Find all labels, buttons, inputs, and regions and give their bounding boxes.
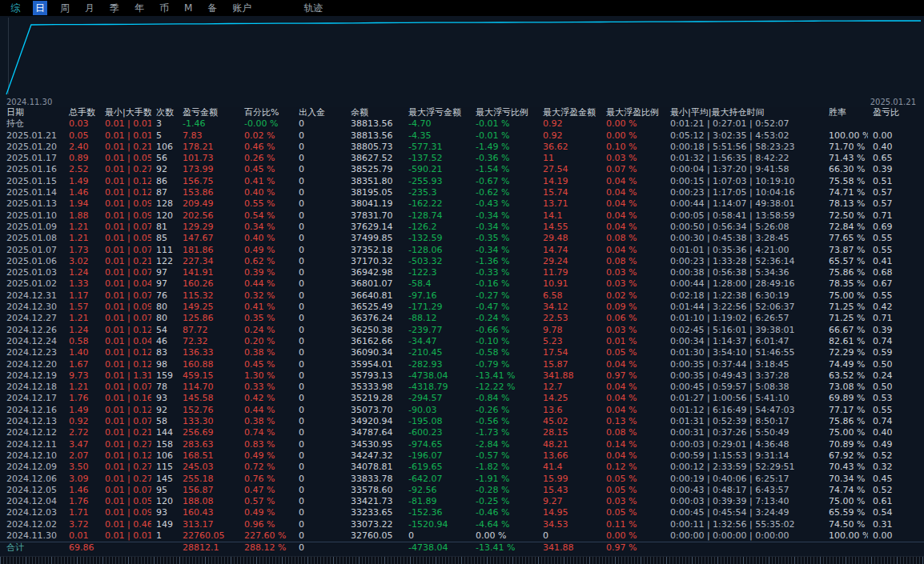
cell-max_float_profit: 41.4 [538, 462, 601, 473]
table-row[interactable]: 2024.12.122.720.01 | 0.21144256.690.74 %… [0, 427, 924, 438]
timeline-scrollbar[interactable] [0, 556, 924, 564]
table-row[interactable]: 2024.12.093.500.01 | 0.27115245.030.72 %… [0, 462, 924, 473]
table-row[interactable]: 2024.11.300.010.01 | 0.01122760.05227.60… [0, 530, 924, 542]
column-header-max_float_loss[interactable]: 最大浮亏金额 [404, 107, 471, 118]
table-row[interactable]: 2024.12.102.070.01 | 0.12106168.510.49 %… [0, 450, 924, 462]
cell-cashflow: 0 [294, 153, 346, 164]
cell-win_rate: 74.49 % [824, 359, 868, 370]
table-row[interactable]: 2025.01.151.490.01 | 0.1286156.750.41 %0… [0, 176, 924, 187]
cell-win_rate: 78.13 % [824, 198, 868, 210]
table-row[interactable]: 2024.12.063.090.01 | 0.27145255.180.76 %… [0, 474, 924, 485]
table-row[interactable]: 2024.12.181.210.01 | 0.0778114.700.33 %0… [0, 382, 924, 393]
menu-item-day[interactable]: 日 [33, 1, 47, 15]
cell-win_rate: 75.58 % [824, 176, 868, 187]
cell-pct: 0.26 % [239, 153, 294, 164]
column-header-date[interactable]: 日期 [0, 107, 64, 118]
menu-item-trajectory[interactable]: 轨迹 [301, 1, 325, 15]
cell-max_float_profit: 0 [538, 530, 601, 542]
column-header-max_float_profit_pct[interactable]: 最大浮盈比例 [601, 107, 665, 118]
cell-date: 2025.01.16 [0, 164, 64, 175]
cell-max_float_loss: -132.59 [404, 233, 471, 244]
total-row[interactable]: 合计69.8628812.1288.12 %0-4738.04-13.41 %3… [0, 542, 924, 554]
table-row[interactable]: 2024.12.261.240.01 | 0.125487.720.24 %03… [0, 325, 924, 336]
table-row[interactable]: 2025.01.210.050.01 | 0.0157.830.02 %0388… [0, 130, 924, 142]
cell-max_float_loss: -4.70 [404, 118, 471, 130]
table-row[interactable]: 2024.12.113.470.01 | 0.27158283.630.83 %… [0, 439, 924, 450]
table-row[interactable]: 2024.12.311.170.01 | 0.0776115.320.32 %0… [0, 290, 924, 302]
menu-item-year[interactable]: 年 [132, 1, 147, 15]
table-row[interactable]: 2024.12.031.710.01 | 0.0993160.430.49 %0… [0, 507, 924, 518]
menu-item-account[interactable]: 账户 [230, 1, 254, 15]
menu-item-week[interactable]: 周 [58, 1, 72, 15]
table-row[interactable]: 2024.12.171.760.01 | 0.1693145.580.42 %0… [0, 393, 924, 404]
column-header-count[interactable]: 次数 [151, 107, 178, 118]
table-row[interactable]: 2024.12.051.460.01 | 0.0795156.870.47 %0… [0, 485, 924, 496]
cell-hold_time: 0:00:12 | 2:33:59 | 52:29:51 [665, 462, 824, 473]
table-row[interactable]: 2024.12.240.580.01 | 0.044672.320.20 %03… [0, 336, 924, 347]
table-row[interactable]: 2025.01.031.240.01 | 0.0797141.910.39 %0… [0, 267, 924, 278]
table-row[interactable]: 2024.12.199.730.01 | 1.31159459.151.30 %… [0, 370, 924, 382]
table-row[interactable]: 持仓0.030.01 | 0.013-1.46-0.00 %038813.56-… [0, 118, 924, 130]
cell-max_float_loss: -195.08 [404, 416, 471, 427]
table-row[interactable]: 2024.12.201.670.01 | 0.1298160.880.45 %0… [0, 359, 924, 370]
cell-minmax [100, 542, 151, 554]
column-header-max_float_loss_pct[interactable]: 最大浮亏比例 [471, 107, 538, 118]
cell-max_float_loss_pct: -0.67 % [471, 176, 538, 187]
column-header-lots[interactable]: 总手数 [64, 107, 100, 118]
cell-win_rate: 65.59 % [824, 507, 868, 518]
menu-item-quarter[interactable]: 季 [107, 1, 122, 15]
table-row[interactable]: 2025.01.162.520.01 | 0.2792173.990.45 %0… [0, 164, 924, 175]
cell-minmax: 0.01 | 0.21 [100, 256, 151, 267]
cell-pnl: 245.03 [178, 462, 239, 473]
table-row[interactable]: 2024.12.231.400.01 | 0.1283136.330.38 %0… [0, 347, 924, 358]
column-header-minmax[interactable]: 最小|大手数 [100, 107, 151, 118]
table-row[interactable]: 2024.12.023.720.01 | 0.46149313.170.96 %… [0, 519, 924, 530]
cell-win_rate: 100.00 % [824, 130, 868, 142]
cell-pnl: 101.73 [178, 153, 239, 164]
cell-max_float_loss: -503.32 [404, 256, 471, 267]
menu-item-month[interactable]: 月 [82, 1, 97, 15]
column-header-win_rate[interactable]: 胜率 [824, 107, 868, 118]
table-row[interactable]: 2025.01.091.210.01 | 0.0781129.290.34 %0… [0, 222, 924, 233]
cell-max_float_loss: -619.65 [404, 462, 471, 473]
column-header-max_float_profit[interactable]: 最大浮盈金额 [538, 107, 601, 118]
cell-minmax: 0.01 | 0.09 [100, 210, 151, 222]
table-row[interactable]: 2025.01.063.020.01 | 0.21122227.340.62 %… [0, 256, 924, 267]
column-header-cashflow[interactable]: 出入金 [294, 107, 346, 118]
cell-hold_time [665, 542, 824, 554]
table-row[interactable]: 2025.01.081.210.01 | 0.0585147.670.40 %0… [0, 233, 924, 244]
table-row[interactable]: 2025.01.202.400.01 | 0.21106178.210.46 %… [0, 142, 924, 153]
column-header-pnl[interactable]: 盈亏金额 [178, 107, 239, 118]
table-row[interactable]: 2024.12.271.210.01 | 0.0780125.860.35 %0… [0, 313, 924, 324]
cell-hold_time: 0:00:03 | 0:39:39 | 7:13:40 [665, 496, 824, 507]
table-row[interactable]: 2025.01.071.730.01 | 0.07111181.860.49 %… [0, 245, 924, 256]
cell-max_float_profit: 14.55 [538, 222, 601, 233]
column-header-hold_time[interactable]: 最小|平均|最大持仓时间 [665, 107, 824, 118]
cell-hold_time: 0:00:19 | 0:40:06 | 6:25:17 [665, 474, 824, 485]
cell-date: 2024.12.31 [0, 290, 64, 302]
table-row[interactable]: 2025.01.141.460.01 | 0.1287153.860.40 %0… [0, 187, 924, 198]
table-row[interactable]: 2024.12.130.920.01 | 0.0758133.300.38 %0… [0, 416, 924, 427]
cell-hold_time: 0:00:05 | 0:58:41 | 13:58:59 [665, 210, 824, 222]
cell-count: 54 [151, 325, 178, 336]
cell-win_rate: 73.87 % [824, 245, 868, 256]
table-row[interactable]: 2025.01.131.940.01 | 0.09128209.490.55 %… [0, 198, 924, 210]
column-header-pl_ratio[interactable]: 盈亏比 [868, 107, 924, 118]
cell-pnl: 209.49 [178, 198, 239, 210]
menu-item-summary[interactable]: 综 [8, 1, 22, 15]
column-header-pct[interactable]: 百分比% [239, 107, 294, 118]
table-row[interactable]: 2024.12.041.760.01 | 0.05120188.080.57 %… [0, 496, 924, 507]
table-row[interactable]: 2024.12.161.490.01 | 0.1292152.760.44 %0… [0, 405, 924, 416]
menu-item-currency[interactable]: 币 [157, 1, 171, 15]
table-row[interactable]: 2025.01.021.330.01 | 0.0497160.260.44 %0… [0, 278, 924, 290]
cell-pl_ratio: 0.68 [868, 267, 924, 278]
menu-item-backup[interactable]: 备 [205, 1, 219, 15]
column-header-balance[interactable]: 余额 [346, 107, 404, 118]
table-row[interactable]: 2025.01.101.880.01 | 0.09120202.560.54 %… [0, 210, 924, 222]
cell-minmax: 0.01 | 0.12 [100, 359, 151, 370]
cell-pct: 0.45 % [239, 359, 294, 370]
menu-item-m[interactable]: M [182, 1, 195, 15]
table-row[interactable]: 2025.01.170.890.01 | 0.0556101.730.26 %0… [0, 153, 924, 164]
cell-pl_ratio: 0.52 [868, 450, 924, 462]
table-row[interactable]: 2024.12.301.570.01 | 0.0980149.250.41 %0… [0, 302, 924, 313]
